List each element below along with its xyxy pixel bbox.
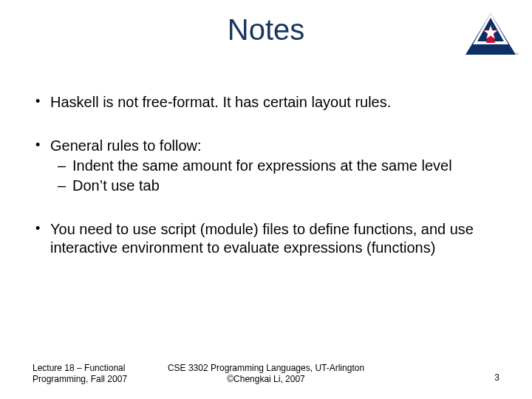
sub-bullet-text: Indent the same amount for expressions a…: [72, 157, 452, 174]
svg-text:™: ™: [515, 52, 519, 56]
bullet-item: Haskell is not free-format. It has certa…: [33, 93, 499, 112]
bullet-item: You need to use script (module) files to…: [33, 220, 499, 257]
slide: Notes ™ Haskell is not free-format. It h…: [0, 0, 532, 399]
bullet-text: You need to use script (module) files to…: [50, 221, 474, 256]
footer-center-line2: ©Chengkai Li, 2007: [0, 374, 532, 386]
footer: Lecture 18 – Functional Programming, Fal…: [0, 356, 532, 386]
bullet-text: Haskell is not free-format. It has certa…: [50, 94, 391, 110]
sub-bullet-item: Indent the same amount for expressions a…: [50, 157, 499, 175]
footer-center-line1: CSE 3302 Programming Languages, UT-Arlin…: [0, 363, 532, 375]
sub-bullet-item: Don’t use tab: [50, 177, 499, 195]
footer-center: CSE 3302 Programming Languages, UT-Arlin…: [0, 363, 532, 386]
sub-bullet-text: Don’t use tab: [72, 177, 160, 194]
content-body: Haskell is not free-format. It has certa…: [33, 93, 499, 282]
bullet-item: General rules to follow: Indent the same…: [33, 137, 499, 195]
uta-logo-icon: ™: [463, 10, 519, 58]
page-number: 3: [494, 372, 499, 383]
page-title: Notes: [0, 13, 532, 47]
bullet-text: General rules to follow:: [50, 137, 202, 154]
